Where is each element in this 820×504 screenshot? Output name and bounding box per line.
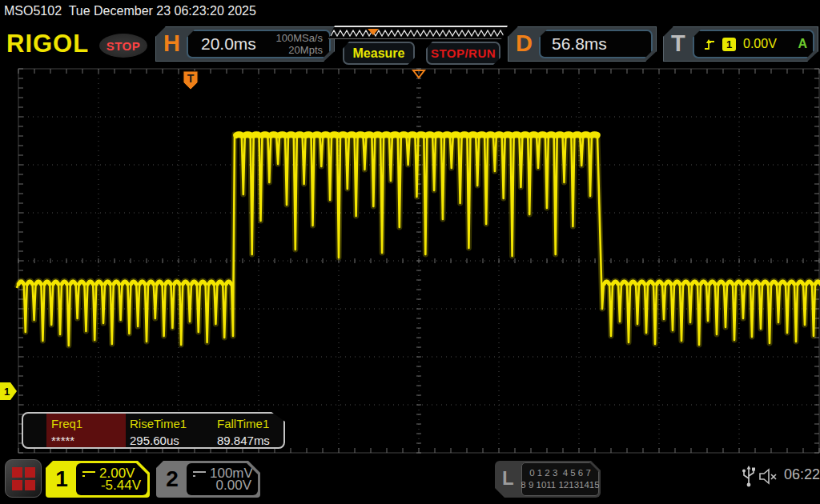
delay-inner: 56.8ms: [539, 30, 653, 58]
trigger-inner: 1 0.00V A: [693, 30, 814, 58]
channel1-number: 1: [46, 461, 78, 498]
memory-depth: 20Mpts: [275, 44, 323, 56]
logic-analyzer-badge[interactable]: L 0 1 2 3 4 5 6 7 8 9 1011 12131415: [495, 461, 601, 498]
delay-label: D: [516, 30, 533, 57]
trigger-label: T: [671, 30, 685, 57]
horizontal-panel[interactable]: H 20.0ms 100MSa/s 20Mpts: [155, 26, 335, 62]
measurement-label: RiseTime1: [130, 417, 213, 430]
dc-coupling-icon: [193, 471, 206, 477]
measurement-value: 89.847ms: [217, 434, 284, 447]
model-and-datetime: MSO5102 Tue December 23 06:23:20 2025: [4, 4, 256, 18]
measurement-label: Freq1: [51, 417, 126, 430]
menu-grid-icon: [12, 467, 35, 490]
trigger-sweep-mode: A: [798, 37, 807, 51]
speaker-muted-icon: [759, 468, 780, 486]
record-zigzag-icon: [329, 27, 507, 38]
stop-run-button[interactable]: STOP/RUN: [426, 42, 500, 65]
horizontal-inner: 20.0ms 100MSa/s 20Mpts: [187, 30, 331, 58]
trigger-level-value: 0.00V: [743, 37, 777, 51]
acquisition-info: 100MSa/s 20Mpts: [275, 32, 323, 56]
trigger-panel[interactable]: T 1 0.00V A: [663, 26, 818, 62]
status-bar: MSO5102 Tue December 23 06:23:20 2025: [0, 0, 820, 24]
usb-icon: [741, 466, 757, 488]
digital-channels-row2: 8 9 1011 12131415: [521, 479, 599, 491]
measurement-falltime[interactable]: FallTime1 89.847ms: [217, 414, 284, 447]
rigol-logo: RIGOL: [6, 30, 89, 58]
graticule: [18, 69, 819, 453]
delay-panel[interactable]: D 56.8ms: [508, 26, 657, 62]
run-state-indicator[interactable]: STOP: [99, 34, 147, 58]
waveform-record-bar[interactable]: [328, 26, 508, 39]
trigger-position-letter: T: [187, 72, 195, 85]
measure-button[interactable]: Measure: [343, 42, 415, 65]
delay-value: 56.8ms: [552, 34, 607, 54]
trigger-slope-icon: [704, 38, 715, 50]
sample-rate: 100MSa/s: [275, 32, 323, 44]
channel2-settings: 100mV 0.00V: [187, 463, 258, 495]
horizontal-label: H: [163, 30, 180, 57]
channel2-number: 2: [156, 461, 188, 498]
header-toolbar: RIGOL STOP H 20.0ms 100MSa/s 20Mpts Meas…: [0, 24, 820, 67]
dc-coupling-icon: [82, 471, 95, 477]
measurement-risetime[interactable]: RiseTime1 295.60us: [130, 414, 213, 447]
logic-analyzer-label: L: [502, 467, 514, 490]
channel-status-bar: 1 2.00V -5.44V 2 100mV 0.00V L 0 1 2 3 4…: [0, 456, 820, 504]
measurement-label: FallTime1: [217, 417, 284, 430]
channel2-badge[interactable]: 2 100mV 0.00V: [156, 461, 260, 498]
measurement-freq[interactable]: Freq1 *****: [46, 414, 126, 447]
measurement-value: 295.60us: [130, 434, 213, 447]
menu-button[interactable]: [5, 459, 42, 498]
trigger-source-badge: 1: [722, 38, 736, 51]
channel1-settings: 2.00V -5.44V: [76, 463, 147, 495]
digital-channels: 0 1 2 3 4 5 6 7 8 9 1011 12131415: [521, 462, 599, 496]
ch1-ground-label: 1: [4, 386, 10, 398]
timebase-value: 20.0ms: [201, 34, 256, 54]
channel1-badge[interactable]: 1 2.00V -5.44V: [46, 461, 150, 498]
measure-button-label: Measure: [353, 46, 405, 61]
measurement-value: *****: [51, 434, 126, 447]
run-state-label: STOP: [107, 39, 141, 53]
measurement-results-box: Freq1 ***** RiseTime1 295.60us FallTime1…: [22, 412, 285, 449]
channel1-offset: -5.44V: [101, 478, 141, 494]
digital-channels-row1: 0 1 2 3 4 5 6 7: [529, 467, 591, 479]
channel2-offset: 0.00V: [216, 478, 251, 494]
stop-run-button-label: STOP/RUN: [431, 46, 496, 60]
clock: 06:22: [784, 466, 820, 483]
